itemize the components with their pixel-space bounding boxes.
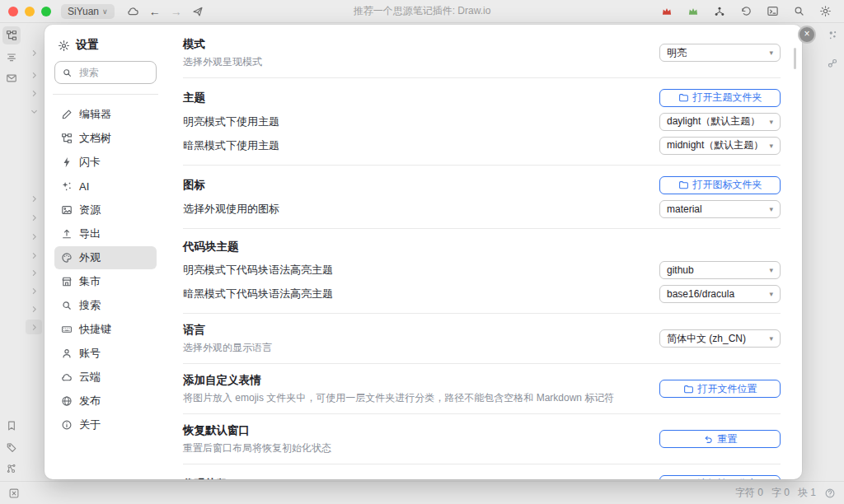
status-bar: 字符 0 字 0 块 1 [0,481,844,504]
setting-label: 暗黑模式下使用主题 [183,138,279,153]
open-emoji-location-button[interactable]: 打开文件位置 [659,380,781,398]
sidebar-item-assets[interactable]: 资源 [54,198,157,222]
visit-community-share-button[interactable]: 访问社区分享 [659,475,781,480]
sidebar-item-account[interactable]: 账号 [54,342,157,365]
gear-icon [58,40,70,52]
zoom-window-button[interactable] [41,7,51,16]
chevron-down-icon: ▾ [769,49,773,57]
sidebar-item-about[interactable]: 关于 [54,413,157,436]
settings-search-input[interactable] [77,66,147,79]
sponsor-crown-icon[interactable] [682,3,704,20]
dock-graph-icon[interactable] [2,460,21,478]
setting-label: 选择外观使用的图标 [183,202,279,217]
mind-map-icon[interactable] [709,3,730,20]
setting-title: 代码片段 [183,477,227,480]
right-dock [821,23,844,481]
chevron-down-icon: ▾ [769,142,773,150]
tree-collapse-chevron[interactable] [30,194,38,202]
sidebar-item-label: 快捷键 [79,322,111,337]
settings-dialog: × 设置 编辑器 文档树 [45,25,802,479]
sidebar-item-label: 账号 [79,346,101,361]
sidebar-item-bazaar[interactable]: 集市 [54,270,157,293]
sidebar-item-ai[interactable]: AI [54,175,157,198]
language-select[interactable]: 简体中文 (zh_CN) ▾ [659,329,781,348]
undo-icon [703,434,714,445]
tree-collapse-chevron[interactable] [30,231,38,240]
sidebar-item-label: 关于 [79,418,101,432]
share-icon[interactable] [187,3,209,20]
theme-mode-sun-icon[interactable] [814,3,836,20]
forward-button[interactable]: → [166,3,187,20]
tree-collapse-chevron[interactable] [30,88,38,96]
open-theme-folder-button[interactable]: 打开主题文件夹 [659,89,781,107]
subscribe-crown-icon[interactable] [656,3,678,20]
sidebar-item-appearance[interactable]: 外观 [54,246,157,269]
chevron-down-icon: ▾ [769,290,773,298]
settings-search[interactable] [54,61,157,84]
sidebar-item-label: 文档树 [79,131,111,146]
dock-window-icon[interactable] [8,488,20,499]
dialog-close-button[interactable]: × [798,26,816,44]
dock-outline-icon[interactable] [2,48,21,66]
file-tree-icon [60,133,73,144]
light-theme-select[interactable]: daylight（默认主题） ▾ [659,113,781,131]
sidebar-item-publish[interactable]: 发布 [54,390,157,413]
sidebar-item-editor[interactable]: 编辑器 [54,103,157,126]
sidebar-item-label: 云端 [79,370,101,385]
sidebar-item-search[interactable]: 搜索 [54,294,157,317]
dock-inbox-icon[interactable] [2,69,21,87]
chevron-down-icon: ▾ [769,205,773,213]
section-icon: 图标 打开图标文件夹 选择外观使用的图标 material ▾ [183,165,781,228]
minimize-window-button[interactable] [25,7,35,16]
sync-cloud-icon[interactable] [123,3,144,20]
sidebar-item-doc-tree[interactable]: 文档树 [54,127,157,150]
palette-icon [60,252,73,264]
sidebar-item-hotkeys[interactable]: 快捷键 [54,318,157,341]
sidebar-item-cloud[interactable]: 云端 [54,366,157,389]
chevron-down-icon: ▾ [769,266,773,274]
open-icon-folder-button[interactable]: 打开图标文件夹 [659,176,781,194]
chevron-down-icon: ▾ [769,118,773,126]
sidebar-item-label: 外观 [79,250,101,265]
tree-collapse-chevron[interactable] [30,212,38,221]
scrollbar-thumb[interactable] [794,48,796,69]
code-light-theme-select[interactable]: github ▾ [659,261,781,279]
help-icon[interactable] [824,488,836,499]
dock-backlinks-icon[interactable] [823,54,842,72]
sidebar-item-flashcard[interactable]: 闪卡 [54,151,157,174]
tree-collapse-chevron[interactable] [30,106,38,114]
tree-collapse-chevron[interactable] [30,48,38,56]
workspace-menu-button[interactable]: SiYuan ∨ [61,4,115,19]
mode-select[interactable]: 明亮 ▾ [659,44,781,62]
icon-select[interactable]: material ▾ [659,200,781,218]
tree-collapse-chevron[interactable] [30,70,38,78]
settings-content: 模式 选择外观呈现模式 明亮 ▾ 主题 打开主题文件夹 [165,25,802,479]
search-icon [60,300,73,311]
sidebar-item-export[interactable]: 导出 [54,222,157,245]
tree-collapse-chevron-selected[interactable] [26,320,42,334]
setting-title: 模式 [183,36,262,53]
console-icon[interactable] [762,3,783,20]
tree-collapse-chevron[interactable] [30,304,38,312]
upload-icon [683,478,694,479]
dock-bookmark-icon[interactable] [2,417,21,435]
dock-graph-view-icon[interactable] [823,26,842,44]
history-icon[interactable] [735,3,757,20]
tree-collapse-chevron[interactable] [30,250,38,259]
close-window-button[interactable] [8,7,18,16]
left-dock [0,23,23,481]
tree-collapse-chevron[interactable] [30,286,38,294]
setting-desc: 重置后窗口布局将恢复初始化状态 [183,441,331,455]
pencil-icon [60,109,73,120]
tree-collapse-chevron[interactable] [30,268,38,276]
sidebar-item-label: 搜索 [79,298,101,313]
search-icon[interactable] [788,3,809,20]
dark-theme-select[interactable]: midnight（默认主题） ▾ [659,137,781,155]
section-language: 语言 选择外观的显示语言 简体中文 (zh_CN) ▾ [183,313,781,363]
back-button[interactable]: ← [144,3,166,20]
folder-icon [678,180,689,190]
dock-tag-icon[interactable] [2,438,21,456]
dock-file-tree-icon[interactable] [2,26,21,44]
code-dark-theme-select[interactable]: base16/dracula ▾ [659,285,781,303]
reset-layout-button[interactable]: 重置 [659,430,781,448]
